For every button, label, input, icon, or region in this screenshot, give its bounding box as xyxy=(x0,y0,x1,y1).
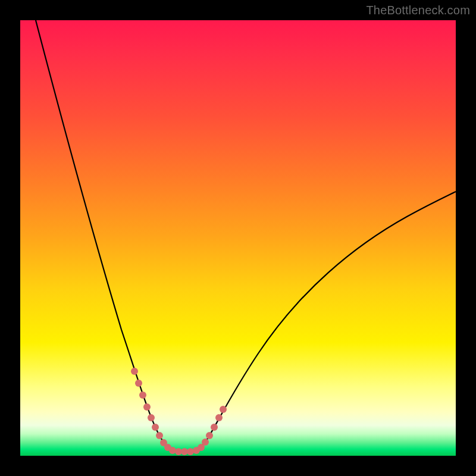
svg-point-15 xyxy=(202,439,209,446)
watermark-text: TheBottleneck.com xyxy=(366,4,470,17)
svg-point-3 xyxy=(143,403,151,411)
svg-point-12 xyxy=(187,448,194,455)
svg-point-5 xyxy=(152,424,159,431)
svg-point-17 xyxy=(211,424,218,431)
curve-path xyxy=(36,20,456,452)
svg-point-16 xyxy=(206,432,213,439)
chart-frame: TheBottleneck.com xyxy=(0,0,476,476)
svg-point-0 xyxy=(131,368,138,375)
svg-point-19 xyxy=(220,406,227,413)
svg-point-2 xyxy=(139,392,146,399)
plot-area xyxy=(20,20,456,456)
svg-point-9 xyxy=(169,447,176,454)
accent-dots-bottom xyxy=(169,447,200,455)
accent-dots-right xyxy=(198,406,227,451)
svg-point-6 xyxy=(156,432,163,439)
svg-point-4 xyxy=(148,414,155,421)
svg-point-18 xyxy=(215,414,223,421)
accent-dots-left xyxy=(131,368,171,451)
svg-point-1 xyxy=(135,380,142,387)
bottleneck-curve xyxy=(20,20,456,456)
